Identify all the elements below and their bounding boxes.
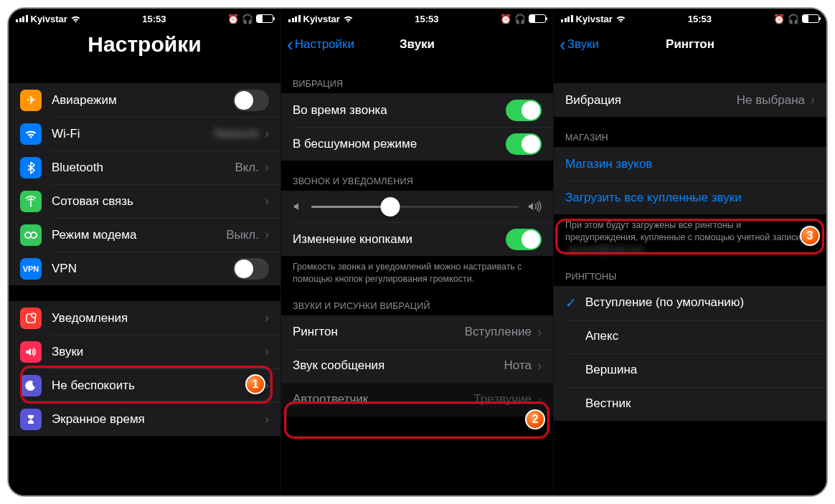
battery-icon bbox=[802, 14, 819, 23]
row-tone-vershina[interactable]: Вершина bbox=[554, 353, 826, 387]
wifi-icon bbox=[20, 123, 42, 145]
toggle-vibrate-ring[interactable] bbox=[506, 100, 542, 121]
row-label: Сотовая связь bbox=[52, 194, 262, 209]
chevron-right-icon: › bbox=[265, 126, 269, 141]
wifi-value: Network bbox=[214, 127, 259, 141]
nav-header: ‹ Звуки Рингтон bbox=[554, 26, 826, 63]
row-tone-vestnik[interactable]: Вестник bbox=[554, 387, 826, 421]
battery-icon bbox=[529, 14, 546, 23]
screen-ringtone: Kyivstar 15:53 ⏰ 🎧 ‹ Звуки Рингтон Вибра… bbox=[554, 9, 826, 495]
row-label: Автоответчик bbox=[293, 392, 473, 406]
row-hotspot[interactable]: Режим модема Выкл. › bbox=[9, 218, 280, 252]
airplane-toggle[interactable] bbox=[233, 90, 269, 111]
clock: 15:53 bbox=[354, 14, 500, 24]
row-label: Режим модема bbox=[52, 228, 226, 242]
row-vpn[interactable]: VPN VPN bbox=[9, 252, 280, 285]
toggle-change-buttons[interactable] bbox=[506, 229, 542, 250]
headphones-icon: 🎧 bbox=[242, 14, 253, 24]
signal-icon bbox=[561, 15, 573, 22]
screentime-icon bbox=[20, 409, 42, 430]
row-value: Вкл. bbox=[235, 161, 259, 175]
svg-point-1 bbox=[31, 232, 37, 238]
bluetooth-icon bbox=[20, 157, 42, 179]
row-label: Апекс bbox=[585, 329, 815, 343]
toggle-vibrate-silent[interactable] bbox=[506, 133, 542, 155]
row-vibration-pattern[interactable]: Вибрация Не выбрана › bbox=[554, 83, 826, 117]
callout-badge-2: 2 bbox=[525, 409, 545, 429]
back-button[interactable]: ‹ Настройки bbox=[287, 35, 354, 54]
carrier-label: Kyivstar bbox=[31, 14, 67, 24]
headphones-icon: 🎧 bbox=[514, 14, 526, 24]
back-button[interactable]: ‹ Звуки bbox=[560, 35, 599, 54]
row-download-purchased[interactable]: Загрузить все купленные звуки bbox=[554, 181, 826, 214]
signal-icon bbox=[288, 15, 301, 22]
row-label: Вибрация bbox=[565, 93, 737, 108]
chevron-right-icon: › bbox=[265, 194, 269, 209]
callout-badge-3: 3 bbox=[800, 226, 820, 246]
row-label: Wi-Fi bbox=[52, 127, 214, 141]
chevron-right-icon: › bbox=[537, 325, 542, 340]
chevron-right-icon: › bbox=[265, 412, 269, 427]
row-sounds[interactable]: Звуки › bbox=[9, 335, 280, 369]
chevron-right-icon: › bbox=[265, 310, 269, 325]
row-cellular[interactable]: Сотовая связь › bbox=[9, 184, 280, 218]
callout-badge-1: 1 bbox=[245, 374, 265, 394]
alarm-icon: ⏰ bbox=[500, 14, 511, 24]
row-vibrate-on-silent[interactable]: В бесшумном режиме bbox=[281, 127, 553, 161]
svg-point-3 bbox=[32, 313, 36, 318]
row-tone-default[interactable]: ✓ Вступление (по умолчанию) bbox=[554, 286, 826, 320]
chevron-right-icon: › bbox=[537, 358, 542, 374]
dnd-icon bbox=[20, 375, 42, 396]
battery-icon bbox=[256, 14, 273, 23]
row-label: Вестник bbox=[585, 396, 815, 411]
row-screentime[interactable]: Экранное время › bbox=[9, 402, 280, 436]
link-label: Загрузить все купленные звуки bbox=[565, 191, 815, 205]
section-header-sound-patterns: ЗВУКИ И РИСУНКИ ВИБРАЦИЙ bbox=[281, 301, 553, 315]
speaker-min-icon bbox=[293, 201, 303, 211]
screen-sounds: Kyivstar 15:53 ⏰ 🎧 ‹ Настройки Звуки ВИБ… bbox=[281, 9, 554, 495]
row-label: Звуки bbox=[52, 345, 262, 359]
row-tone-store[interactable]: Магазин звуков bbox=[554, 147, 826, 181]
chevron-left-icon: ‹ bbox=[560, 35, 566, 54]
row-tone-apex[interactable]: Апекс bbox=[554, 320, 826, 353]
wifi-icon bbox=[615, 15, 626, 23]
row-label: Во время звонка bbox=[293, 103, 506, 118]
row-airplane[interactable]: ✈ Авиарежим bbox=[9, 83, 280, 117]
status-bar: Kyivstar 15:53 ⏰ 🎧 bbox=[9, 9, 280, 26]
row-change-with-buttons[interactable]: Изменение кнопками bbox=[281, 222, 553, 256]
row-label: Изменение кнопками bbox=[293, 232, 506, 247]
row-voicemail[interactable]: Автоответчик Трезвучие › bbox=[281, 383, 553, 417]
row-value: Вступление bbox=[465, 325, 532, 339]
row-label: Экранное время bbox=[52, 412, 262, 427]
row-ringtone[interactable]: Рингтон Вступление › bbox=[281, 315, 553, 349]
link-label: Магазин звуков bbox=[565, 157, 815, 171]
store-footer-text: При этом будут загружены все рингтоны и … bbox=[554, 214, 826, 256]
headphones-icon: 🎧 bbox=[788, 14, 799, 24]
volume-slider[interactable] bbox=[311, 206, 519, 208]
row-text-tone[interactable]: Звук сообщения Нота › bbox=[281, 349, 553, 383]
page-title: Настройки bbox=[16, 32, 273, 57]
vpn-icon: VPN bbox=[20, 258, 42, 280]
row-label: Уведомления bbox=[52, 311, 262, 325]
volume-slider-row bbox=[281, 191, 553, 222]
svg-point-0 bbox=[25, 232, 31, 238]
wifi-icon bbox=[70, 15, 81, 23]
signal-icon bbox=[16, 15, 28, 22]
row-label: Bluetooth bbox=[52, 161, 235, 175]
row-bluetooth[interactable]: Bluetooth Вкл. › bbox=[9, 151, 280, 184]
notifications-icon bbox=[20, 308, 42, 329]
chevron-right-icon: › bbox=[265, 227, 269, 242]
chevron-right-icon: › bbox=[265, 160, 269, 175]
clock: 15:53 bbox=[81, 14, 227, 24]
row-label: Авиарежим bbox=[52, 93, 233, 108]
row-value: Трезвучие bbox=[473, 392, 532, 406]
row-vibrate-on-ring[interactable]: Во время звонка bbox=[281, 93, 553, 127]
row-dnd[interactable]: Не беспокоить › bbox=[9, 369, 280, 402]
checkmark-icon: ✓ bbox=[565, 295, 585, 311]
chevron-right-icon: › bbox=[265, 344, 269, 359]
section-header-ringtones: РИНГТОНЫ bbox=[554, 272, 826, 286]
row-notifications[interactable]: Уведомления › bbox=[9, 301, 280, 335]
back-label: Настройки bbox=[295, 37, 354, 52]
vpn-toggle[interactable] bbox=[233, 258, 269, 280]
row-wifi[interactable]: Wi-Fi Network › bbox=[9, 117, 280, 151]
